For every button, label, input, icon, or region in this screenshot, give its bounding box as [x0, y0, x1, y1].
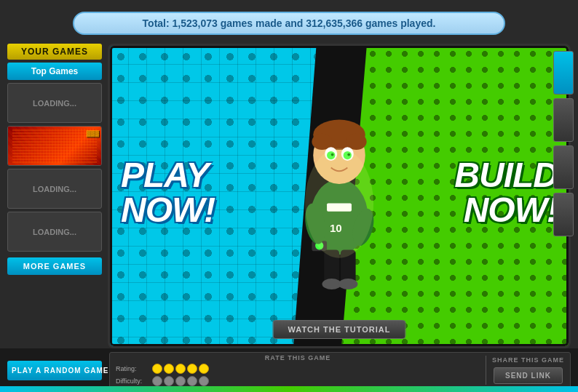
svg-point-20	[322, 278, 341, 289]
diff-star-2[interactable]	[164, 376, 174, 386]
star-4[interactable]	[187, 364, 197, 374]
bottom-decoration	[0, 386, 578, 392]
diff-star-1[interactable]	[152, 376, 162, 386]
svg-point-21	[339, 278, 357, 289]
sidebar-game-item-3[interactable]: LOADING...	[7, 169, 102, 209]
app-frame: Total: 1,523,073 games made and 312,635,…	[0, 0, 578, 392]
play-now-line1: PLAY	[121, 156, 208, 194]
divider	[486, 356, 486, 385]
game-banner[interactable]: PLAY NOW! BUILD NOW!	[108, 44, 571, 348]
sidebar-game-item-4[interactable]: LOADING...	[7, 212, 102, 252]
watch-tutorial-button[interactable]: WATCH THE TUTORIAL	[272, 320, 405, 339]
rating-row: Rating:	[116, 364, 480, 374]
sidebar-loading-3: LOADING...	[33, 185, 76, 193]
build-now-text[interactable]: BUILD NOW!	[454, 158, 558, 228]
diff-star-4[interactable]	[187, 376, 197, 386]
build-now-line2: NOW!	[464, 191, 558, 229]
sidebar-game-item-1[interactable]: LOADING...	[7, 83, 102, 123]
play-now-text[interactable]: PLAY NOW!	[121, 158, 215, 228]
more-games-button[interactable]: MORE GAMES	[7, 257, 102, 275]
sidebar-game-item-2[interactable]: ▓▓▓	[7, 126, 102, 166]
bottom-bar: PLAY A RANDOM GAME RATE THIS GAME Rating…	[0, 348, 578, 392]
bottom-center-panel: RATE THIS GAME Rating: Difficulty:	[109, 352, 571, 388]
sidebar-loading-1: LOADING...	[33, 99, 76, 108]
rating-label: Rating:	[116, 365, 149, 372]
game-thumbnail: ▓▓▓	[8, 127, 101, 165]
star-2[interactable]	[164, 364, 174, 374]
play-random-button[interactable]: PLAY A RANDOM GAME	[7, 361, 102, 380]
stats-text: Total: 1,523,073 games made and 312,635,…	[143, 17, 436, 29]
svg-point-22	[305, 148, 373, 258]
side-button-2[interactable]	[553, 98, 574, 142]
rate-section: RATE THIS GAME Rating: Difficulty:	[116, 354, 480, 386]
share-title: SHARE THIS GAME	[492, 356, 564, 364]
side-button-4[interactable]	[553, 193, 574, 236]
your-games-label: YOUR GAMES	[7, 44, 102, 60]
send-link-button[interactable]: SEND LINK	[494, 367, 563, 384]
build-now-line1: BUILD	[454, 156, 558, 194]
rating-stars[interactable]	[152, 364, 209, 374]
top-games-button[interactable]: Top Games	[7, 63, 102, 80]
side-button-1[interactable]	[553, 51, 574, 95]
game-area: PLAY NOW! BUILD NOW!	[108, 44, 571, 348]
difficulty-label: Difficulty:	[116, 377, 149, 385]
stats-bar: Total: 1,523,073 games made and 312,635,…	[73, 12, 505, 35]
banner-background: PLAY NOW! BUILD NOW!	[110, 46, 569, 346]
character-image: 10	[259, 46, 419, 346]
difficulty-row: Difficulty:	[116, 376, 480, 386]
side-button-3[interactable]	[553, 145, 574, 189]
star-1[interactable]	[152, 364, 162, 374]
sidebar: YOUR GAMES Top Games LOADING... ▓▓▓ LOAD…	[7, 44, 102, 348]
star-5[interactable]	[199, 364, 209, 374]
sidebar-loading-4: LOADING...	[33, 228, 76, 236]
play-now-line2: NOW!	[121, 191, 215, 229]
diff-star-3[interactable]	[175, 376, 186, 386]
rate-title: RATE THIS GAME	[116, 354, 480, 361]
diff-star-5[interactable]	[199, 376, 209, 386]
difficulty-stars[interactable]	[152, 376, 209, 386]
share-section: SHARE THIS GAME SEND LINK	[492, 356, 564, 384]
side-panel	[549, 44, 578, 335]
character-svg: 10	[266, 80, 412, 313]
star-3[interactable]	[175, 364, 186, 374]
